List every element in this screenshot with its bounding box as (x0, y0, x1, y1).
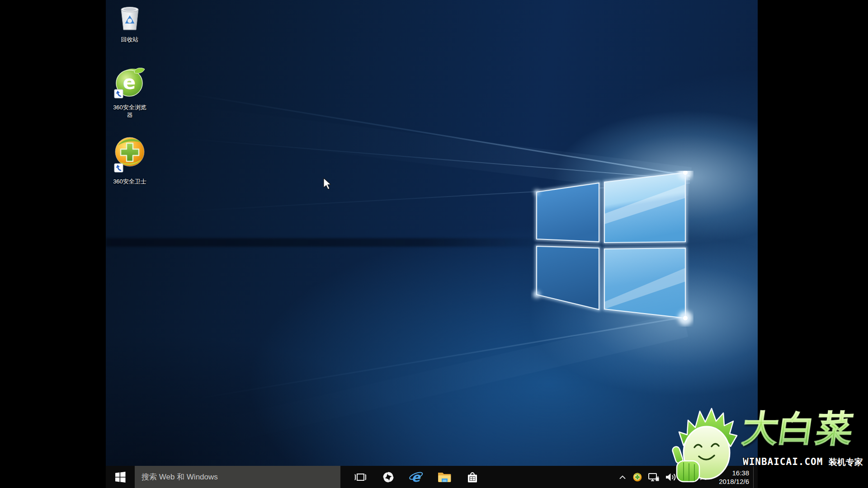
search-input[interactable] (142, 473, 339, 482)
desktop-icon-recycle-bin[interactable]: 回收站 (107, 4, 152, 43)
360-browser-icon: e (114, 68, 146, 100)
tray-language-indicator[interactable]: 英 (697, 466, 709, 488)
360-safe-guard-icon (114, 136, 146, 174)
mouse-cursor (323, 178, 333, 191)
start-button[interactable] (106, 466, 135, 488)
network-icon (648, 472, 660, 482)
wallpaper-dark-band (106, 238, 551, 247)
chevron-up-icon (618, 473, 627, 482)
screen: { "desktop": { "icons": [ { "id": "recyc… (0, 0, 868, 488)
taskbar-search-box[interactable] (135, 466, 340, 488)
internet-explorer-icon: e (409, 470, 424, 484)
desktop-icon-label: 360安全卫士 (113, 178, 146, 185)
desktop-icon-label-line2: 器 (127, 111, 133, 119)
task-view-icon (354, 470, 367, 484)
action-center-icon (682, 472, 694, 483)
desktop-icon-360-browser[interactable]: e 360安全浏览 器 (107, 68, 152, 119)
tray-360-button[interactable] (630, 466, 645, 488)
windows-start-icon (114, 471, 126, 483)
recycle-bin-icon (116, 4, 143, 33)
task-view-button[interactable] (346, 466, 374, 488)
360-pinwheel-icon (382, 471, 395, 483)
svg-text:e: e (123, 71, 136, 94)
windows-hero-logo (531, 171, 693, 327)
system-tray: 英 16:38 2018/12/6 (615, 466, 758, 488)
desktop-icon-label: 360安全浏览 (113, 103, 146, 111)
taskbar-pinned-buttons: e (346, 466, 486, 488)
shortcut-arrow-badge (114, 164, 123, 172)
windows-store-icon (466, 470, 479, 484)
windows-store-button[interactable] (458, 466, 486, 488)
light-beam (198, 312, 688, 449)
file-explorer-button[interactable] (430, 466, 458, 488)
desktop-icon-360-safe-guard[interactable]: 360安全卫士 (107, 136, 152, 185)
taskbar: e (106, 466, 758, 488)
tray-action-center-button[interactable] (679, 466, 697, 488)
tray-chevron-up-button[interactable] (615, 466, 630, 488)
desktop-video-area: 回收站 e 360安全浏览 器 (106, 0, 758, 488)
volume-icon (665, 472, 677, 482)
tray-clock[interactable]: 16:38 2018/12/6 (709, 469, 750, 486)
show-desktop-button[interactable] (754, 466, 755, 488)
file-explorer-icon (437, 471, 452, 483)
brand-tagline: 装机专家 (829, 457, 863, 467)
brand-subline: WINBAICAI.COM 装机专家 (743, 456, 863, 468)
360-tray-icon (632, 472, 642, 482)
clock-time: 16:38 (709, 469, 749, 477)
internet-explorer-button[interactable]: e (402, 466, 430, 488)
360-pinwheel-button[interactable] (374, 466, 402, 488)
tray-volume-button[interactable] (662, 466, 679, 488)
desktop-icon-label: 回收站 (121, 36, 139, 43)
language-label: 英 (699, 472, 707, 482)
tray-network-button[interactable] (645, 466, 662, 488)
shortcut-arrow-badge (114, 89, 123, 98)
desktop-wallpaper[interactable] (106, 0, 758, 466)
clock-date: 2018/12/6 (709, 477, 749, 486)
